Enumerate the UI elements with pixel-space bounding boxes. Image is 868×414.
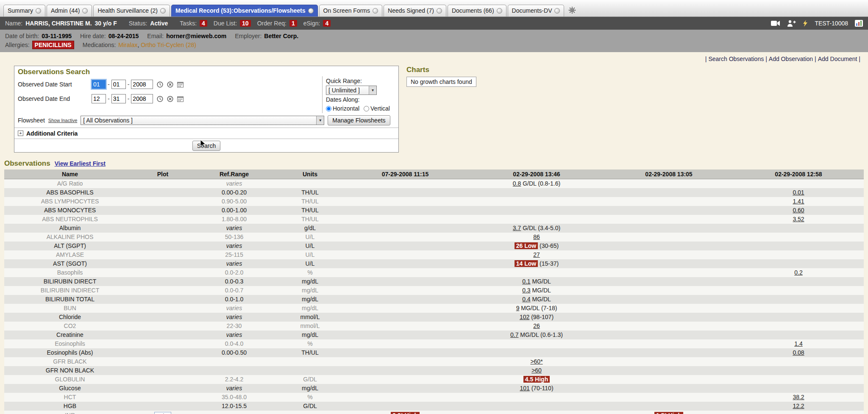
tab-popout-icon[interactable] [437,8,442,14]
tasks-count-badge[interactable]: 4 [200,20,207,27]
order-req-label: Order Req: [257,20,287,27]
observation-value-link[interactable]: 0.7 [510,331,518,338]
tab-summary[interactable]: Summary [3,5,45,17]
quick-range-select[interactable]: [ Unlimited ] ▾ [326,86,377,95]
order-req-count-badge[interactable]: 1 [289,20,297,27]
dates-along-vertical-radio[interactable]: Vertical [364,105,390,112]
show-inactive-link[interactable]: Show Inactive [48,118,77,123]
search-button[interactable]: Search [192,141,220,151]
add-document-link[interactable]: Add Document [818,56,857,62]
tab-documents-dv[interactable]: Documents-DV [508,5,565,17]
tab-popout-icon[interactable] [554,8,560,14]
observation-value-link[interactable]: 0.2 [794,269,802,276]
inr-sparkline-plot[interactable] [154,412,171,414]
observation-value-cell: 1.5* High [604,411,733,414]
observation-value-link[interactable]: 0.3 [522,287,530,294]
observation-name: Eosinophils [4,339,136,348]
abnormal-value-badge[interactable]: 2.2* High [391,412,420,414]
dates-along-horizontal-radio[interactable]: Horizontal [326,105,359,112]
observation-value-cell [604,242,733,250]
tab-popout-icon[interactable] [308,8,314,14]
observation-value-link[interactable]: 0.01 [793,189,804,196]
table-row: ALT (SGPT)variesU/L26 Low (30-65) [4,242,864,250]
observation-value-link[interactable]: 12.2 [793,403,804,409]
tab-admin-44[interactable]: Admin (44) [47,5,92,17]
clear-date-icon[interactable] [167,81,173,88]
date-end-day-input[interactable] [111,94,126,103]
manage-flowsheets-button[interactable]: Manage Flowsheets [328,115,390,125]
medication-link[interactable]: Ortho Tri-Cyclen (28) [141,42,196,48]
column-header: 02-29-2008 13:46 [469,169,604,179]
video-camera-icon[interactable] [771,20,780,26]
observation-value-link[interactable]: 0.60 [793,207,804,214]
due-list-count-badge[interactable]: 10 [240,20,251,27]
esign-count-badge[interactable]: 4 [323,20,331,27]
observation-value-link[interactable]: >60* [530,358,542,365]
observation-value-cell [733,366,864,375]
units [278,411,342,414]
separator: | [815,56,816,62]
date-start-year-input[interactable] [131,80,153,89]
medication-link[interactable]: Miralax [118,42,137,48]
bar-chart-icon[interactable] [855,20,863,27]
view-earliest-first-link[interactable]: View Earliest First [55,160,106,167]
observation-value-cell [469,197,604,206]
tab-label: Admin (44) [51,7,80,14]
tab-medical-record-53-observations-flowsheets[interactable]: Medical Record (53):Observations/Flowshe… [171,5,318,17]
observation-value-cell [733,313,864,322]
observation-value-link[interactable]: 0.08 [793,349,804,356]
search-observations-link[interactable]: Search Observations [708,56,764,62]
add-observation-link[interactable]: Add Observation [769,56,813,62]
clear-date-icon[interactable] [167,96,173,102]
observation-value-link[interactable]: 1.4 [794,340,802,347]
tab-popout-icon[interactable] [160,8,166,14]
date-end-month-input[interactable] [92,94,106,103]
observation-value-cell [733,411,864,414]
observation-value-link[interactable]: 3.7 [513,225,521,231]
date-start-month-input[interactable] [92,80,106,89]
table-row: CO222-30mmol/L26 [4,322,864,331]
observation-value-link[interactable]: 0.8 [513,180,521,187]
date-start-day-input[interactable] [111,80,126,89]
observation-name: Glucose [4,384,136,393]
abnormal-value-badge[interactable]: 14 Low [515,260,538,267]
observation-value-cell [733,233,864,242]
observation-value-link[interactable]: >60 [531,367,542,374]
abnormal-value-badge[interactable]: 1.5* High [654,412,683,414]
add-person-icon[interactable] [787,20,796,27]
tab-health-surveillance-2[interactable]: Health Surveillance (2) [93,5,170,17]
clock-icon[interactable] [157,81,163,88]
calendar-icon[interactable] [177,81,184,88]
tab-popout-icon[interactable] [373,8,378,14]
observation-value-link[interactable]: 0.1 [522,278,530,285]
observation-name: Albumin [4,224,136,233]
tab-popout-icon[interactable] [497,8,502,14]
observation-value-link[interactable]: 26 [533,322,540,329]
observation-value-link[interactable]: 27 [533,251,540,258]
calendar-icon[interactable] [177,96,184,102]
tab-popout-icon[interactable] [82,8,88,14]
value-detail: (70-110) [530,385,554,392]
allergy-badge[interactable]: PENICILLINS [32,41,74,49]
observation-value-link[interactable]: 1.41 [793,198,804,205]
date-end-year-input[interactable] [131,94,153,103]
abnormal-value-badge[interactable]: 26 Low [515,242,538,249]
observation-value-link[interactable]: 38.2 [793,394,804,400]
settings-gear-icon[interactable] [568,6,576,14]
tab-on-screen-forms[interactable]: On Screen Forms [319,5,382,17]
observation-value-link[interactable]: 3.52 [793,216,804,222]
lightning-icon[interactable] [803,20,808,27]
observation-value-link[interactable]: 86 [533,233,540,240]
plot-cell [136,206,190,215]
observation-value-link[interactable]: 102 [520,314,529,320]
observation-value-link[interactable]: 101 [520,385,529,392]
clock-icon[interactable] [157,96,163,102]
tab-documents-66[interactable]: Documents (66) [448,5,506,17]
abnormal-value-badge[interactable]: 4.5 High [523,376,550,383]
tab-popout-icon[interactable] [36,8,41,14]
medications-list: Miralax, Ortho Tri-Cyclen (28) [118,41,196,49]
tab-needs-signed-7[interactable]: Needs Signed (7) [384,5,446,17]
flowsheet-select[interactable]: [ All Observations ] ▾ [81,116,324,125]
observation-value-link[interactable]: 0.4 [522,296,530,303]
expand-plus-icon[interactable]: + [18,131,23,136]
